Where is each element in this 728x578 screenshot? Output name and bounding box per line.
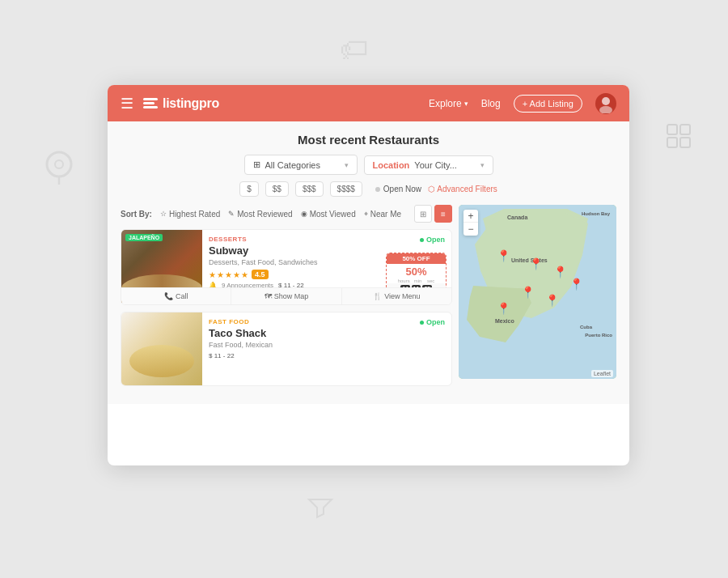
nav-explore[interactable]: Explore ▾ — [429, 98, 468, 109]
svg-point-7 — [602, 97, 610, 105]
sort-most-viewed[interactable]: ◉ Most Viewed — [301, 210, 356, 219]
map-pin-3: 📍 — [553, 266, 567, 278]
listing-card-taco-shack: FAST FOOD Taco Shack Fast Food, Mexican … — [121, 312, 452, 386]
advanced-filters-label: ⬡ Advanced Filters — [428, 185, 497, 193]
deal-pct: 50% — [387, 266, 446, 278]
star-5: ★ — [241, 270, 248, 279]
star-4: ★ — [233, 270, 240, 279]
map-label-mexico: Mexico — [495, 318, 514, 324]
sort-most-reviewed[interactable]: ✎ Most Reviewed — [228, 210, 292, 219]
categories-select[interactable]: ⊞ All Categories ▾ — [244, 155, 358, 175]
eye-icon: ◉ — [301, 210, 307, 218]
browser-window: ☰ listingpro Explore ▾ Blog + Add Listin… — [108, 85, 629, 465]
taco-status: Open — [420, 318, 445, 326]
svg-point-1 — [55, 160, 63, 168]
map-pin-5: 📍 — [521, 286, 535, 299]
user-avatar[interactable] — [595, 93, 616, 114]
logo: listingpro — [143, 96, 219, 111]
price-filter-bar: $ $$ $$$ $$$$ Open Now ⬡ Advanced Filter… — [121, 181, 616, 197]
nav-blog[interactable]: Blog — [481, 98, 501, 109]
sort-near-me[interactable]: ⌖ Near Me — [364, 210, 401, 219]
list-view-button[interactable]: ≡ — [434, 205, 452, 223]
map-pin-2: 📍 — [529, 257, 543, 270]
map-attribution: Leaflet — [591, 370, 613, 377]
chevron-down-icon: ▾ — [464, 100, 468, 108]
advanced-filters-button[interactable]: ⬡ Advanced Filters — [428, 185, 497, 193]
grid-view-button[interactable]: ⊞ — [414, 205, 432, 223]
main-area: Sort By: ☆ Highest Rated ✎ Most Reviewed… — [121, 205, 616, 393]
status-open-dot — [420, 238, 424, 242]
map-label-cuba: Cuba — [580, 325, 592, 329]
location-chevron-icon: ▾ — [480, 161, 485, 169]
taco-category: FAST FOOD — [209, 318, 445, 325]
svg-rect-4 — [680, 125, 690, 134]
zoom-in-button[interactable]: + — [463, 210, 478, 223]
sort-label: Sort By: — [121, 210, 152, 219]
taco-card-body: FAST FOOD Taco Shack Fast Food, Mexican … — [202, 312, 451, 385]
add-listing-button[interactable]: + Add Listing — [514, 95, 582, 113]
subway-status: Open — [420, 236, 445, 244]
map-label-puerto-rico: Puerto Rico — [585, 333, 612, 338]
view-menu-action[interactable]: 🍴 View Menu — [342, 288, 451, 304]
map-label-hudson: Hudson Bay — [582, 211, 610, 216]
page-title: Most recent Restaurants — [121, 133, 616, 147]
map-zoom-controls: + − — [463, 210, 478, 236]
price-2-button[interactable]: $$ — [265, 181, 289, 197]
filter-bar: ⊞ All Categories ▾ Location Your City...… — [121, 155, 616, 175]
taco-shack-image — [121, 312, 202, 385]
location-icon: ⌖ — [364, 210, 368, 219]
listings-panel: Sort By: ☆ Highest Rated ✎ Most Reviewed… — [121, 205, 452, 393]
taco-meta: $ 11 - 22 — [209, 352, 445, 359]
zoom-out-button[interactable]: − — [463, 223, 478, 236]
rating-badge: 4.5 — [252, 270, 269, 279]
call-action[interactable]: 📞 Call — [121, 288, 231, 304]
map-label-canada: Canada — [507, 215, 527, 220]
header: ☰ listingpro Explore ▾ Blog + Add Listin… — [108, 85, 629, 121]
chevron-down-icon: ▾ — [345, 161, 349, 169]
open-now-label: Open Now — [383, 185, 421, 193]
map-pin-7: 📍 — [545, 294, 559, 307]
filter-bg-icon — [306, 493, 335, 529]
location-placeholder: Your City... — [414, 160, 457, 170]
map-background: Canada Hudson Bay United States Mexico C… — [459, 205, 616, 379]
location-label: Location — [373, 160, 410, 170]
svg-point-8 — [599, 106, 612, 113]
map-icon: 🗺 — [265, 292, 272, 300]
sort-highest-rated[interactable]: ☆ Highest Rated — [160, 210, 220, 219]
taco-subtitle: Fast Food, Mexican — [209, 341, 445, 349]
logo-text: listingpro — [163, 96, 219, 111]
svg-rect-6 — [680, 138, 690, 147]
categories-label: All Categories — [265, 160, 320, 170]
show-map-action[interactable]: 🗺 Show Map — [231, 288, 341, 304]
svg-point-0 — [47, 152, 71, 176]
phone-icon: 📞 — [164, 292, 173, 300]
star-3: ★ — [225, 270, 232, 279]
location-select[interactable]: Location Your City... ▾ — [364, 155, 493, 175]
star-icon: ☆ — [160, 210, 167, 218]
map-pin-1: 📍 — [497, 249, 510, 262]
taco-title: Taco Shack — [209, 327, 445, 339]
open-now-filter[interactable]: Open Now — [375, 185, 421, 193]
menu-icon[interactable]: ☰ — [121, 95, 133, 113]
map-panel[interactable]: Canada Hudson Bay United States Mexico C… — [459, 205, 616, 379]
subway-actions: 📞 Call 🗺 Show Map 🍴 View Menu — [121, 287, 451, 304]
price-4-button[interactable]: $$$$ — [330, 181, 362, 197]
subway-img-label: JALAPEÑO — [125, 234, 163, 241]
star-2: ★ — [217, 270, 224, 279]
listing-card-subway: JALAPEÑO DESSERTS Subway Desserts, Fast … — [121, 229, 452, 305]
add-listing-label: + Add Listing — [523, 99, 574, 108]
sort-row: Sort By: ☆ Highest Rated ✎ Most Reviewed… — [121, 205, 452, 223]
svg-rect-5 — [667, 138, 677, 147]
price-1-button[interactable]: $ — [239, 181, 259, 197]
price-3-button[interactable]: $$$ — [295, 181, 324, 197]
header-nav: Explore ▾ Blog + Add Listing — [429, 93, 616, 114]
taco-price-range: $ 11 - 22 — [209, 352, 235, 359]
menu-fork-icon: 🍴 — [373, 292, 382, 300]
open-dot-icon — [375, 187, 380, 192]
grid-bg-icon — [666, 123, 692, 155]
logo-icon — [143, 98, 158, 108]
map-pin-4: 📍 — [569, 278, 583, 291]
subway-category: DESSERTS — [209, 236, 445, 243]
taco-status-dot — [420, 321, 424, 325]
nav-explore-label: Explore — [429, 98, 462, 109]
